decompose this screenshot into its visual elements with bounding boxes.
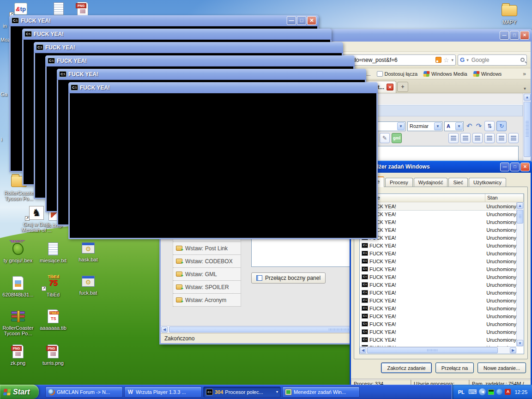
adobe-icon[interactable]: A (505, 389, 511, 395)
desktop-icon-tibed-shortcut[interactable]: 75↗TibEd (35, 275, 71, 297)
scroll-thumb[interactable] (517, 210, 523, 224)
new-task-button[interactable]: Nowe zadanie... (478, 363, 526, 373)
unordered-list-button[interactable] (508, 133, 519, 143)
task-row[interactable]: C:\FUCK YEA!Uruchomiony (360, 273, 516, 281)
taskbar-button[interactable]: GMCLAN Forum -> N... (45, 387, 123, 398)
insert-code-icon[interactable]: ✎ (380, 133, 390, 143)
task-row[interactable]: C:\FUCK YEA!Uruchomiony (360, 336, 516, 344)
scroll-thumb[interactable] (524, 102, 531, 157)
minimize-button[interactable]: — (500, 163, 509, 171)
ordered-list-button[interactable] (496, 133, 507, 143)
search-magnifier-icon[interactable] (520, 58, 525, 62)
align-left-button[interactable] (460, 133, 471, 143)
taskbar-clock[interactable]: 12:25 (514, 389, 527, 395)
rss-feed-icon[interactable] (435, 57, 441, 63)
desktop-icon-turris-png[interactable]: turris.png (35, 344, 71, 366)
taskbar-button[interactable]: Menedżer zadań Win... (282, 387, 360, 398)
desktop-icon-zk-png[interactable]: zk.png (0, 344, 36, 366)
tab-list-dropdown-icon[interactable]: ▾ (521, 86, 529, 91)
desktop-icon-mapy-folder[interactable]: MAPY (491, 3, 527, 25)
undo-icon[interactable]: ↶ (466, 122, 473, 130)
task-row[interactable]: C:\FUCK YEA!Uruchomiony (360, 281, 516, 289)
task-row[interactable]: C:\FUCK YEA!Uruchomiony (360, 249, 516, 257)
taskbar-button[interactable]: C:\304Procesor polec...▾ (203, 387, 281, 398)
cpu-meter-icon[interactable] (488, 389, 494, 395)
desktop-icon-rollercoaster-rar[interactable]: RollerCoaster Tycoon Po... (0, 308, 36, 336)
close-button[interactable]: ✕ (520, 31, 529, 40)
cmd-window-titlebar[interactable]: C:\FUCK YEA! (57, 69, 366, 80)
task-row[interactable]: C:\FUCK YEA!Uruchomiony (360, 304, 516, 312)
redo-icon[interactable]: ↷ (475, 122, 483, 130)
select-arrow-icon[interactable]: ▼ (397, 122, 405, 130)
bookmarks-overflow-chevron[interactable]: » (523, 71, 526, 77)
close-button[interactable]: ✕ (307, 16, 316, 25)
end-task-button[interactable]: Zakończ zadanie (381, 363, 431, 373)
task-row[interactable]: C:\FUCK YEA!Uruchomiony (360, 296, 516, 304)
minimize-button[interactable]: — (500, 31, 509, 40)
shortcut-insert-item[interactable]: Wstaw: Acronym (173, 294, 241, 307)
task-row[interactable]: C:\FUCK YEA!Uruchomiony (360, 226, 516, 234)
task-row[interactable]: C:\FUCK YEA!Uruchomiony (360, 320, 516, 328)
desktop-icon-fuck-bat[interactable]: ⚙fuck.bat (70, 273, 106, 296)
new-tab-button[interactable]: + (397, 82, 408, 92)
column-header-task[interactable]: Zadanie (360, 194, 485, 202)
shortcut-insert-item[interactable]: Wstaw: Post Link (173, 242, 241, 255)
scroll-left-icon[interactable]: ◀ (360, 347, 366, 353)
switch-to-button[interactable]: Przełącz na (435, 363, 474, 373)
toggle-editor-mode-button[interactable]: ↻ (496, 121, 507, 131)
task-row[interactable]: C:\FUCK YEA!Uruchomiony (360, 257, 516, 265)
desktop-icon-6208f48b31-image[interactable]: 6208f48b31... (0, 275, 36, 297)
cmd-window-titlebar[interactable]: C:\FUCK YEA! (68, 82, 378, 93)
cmd-window-titlebar[interactable]: C:\FUCK YEA! (34, 42, 343, 53)
minimize-button[interactable]: — (287, 16, 296, 25)
cmd-window-titlebar[interactable]: C:\FUCK YEA! (22, 29, 332, 40)
start-button[interactable]: Start (0, 385, 39, 399)
tab-uytkownicy[interactable]: Użytkownicy (469, 178, 506, 187)
resize-editor-button[interactable]: ⇅ (484, 121, 495, 131)
tab-wydajno[interactable]: Wydajność (414, 178, 448, 187)
task-row[interactable]: C:\FUCK YEA!Uruchomiony (360, 234, 516, 242)
hide-icons-chevron[interactable]: ◀ (479, 388, 486, 395)
bookmark-item[interactable]: Windows (473, 71, 502, 77)
bookmark-item[interactable]: Windows Media (423, 71, 467, 77)
search-input[interactable] (471, 56, 519, 64)
language-indicator[interactable]: PL (457, 389, 466, 395)
task-row[interactable]: C:\FUCK YEA!Uruchomiony (360, 328, 516, 336)
cmd-window-titlebar[interactable]: C:\FUCK YEA!—□✕ (9, 15, 319, 26)
insert-gml-button[interactable]: gml (392, 133, 402, 143)
task-row[interactable]: C:\FUCK YEA!Uruchomiony (360, 218, 516, 226)
search-engine-dropdown-icon[interactable]: ▾ (466, 58, 469, 62)
desktop-icon-ty-gnoju-bex[interactable]: ty gnoju!.bex (0, 241, 36, 263)
tab-close-icon[interactable]: ✕ (387, 84, 393, 91)
indent-button[interactable] (448, 133, 459, 143)
maximize-button[interactable]: □ (510, 31, 519, 40)
desktop-icon-hask-bat[interactable]: ⚙hask.bat (70, 240, 106, 262)
task-row[interactable]: C:\FUCK YEA!Uruchomiony (360, 202, 516, 210)
taskbar-button[interactable]: WWrzuta Player 1.3.3 ... (124, 387, 202, 398)
task-list-vscrollbar[interactable]: ▲ ▼ (516, 202, 524, 346)
shortcut-insert-item[interactable]: Wstaw: GML (173, 268, 241, 281)
font-color-picker[interactable]: A▼ (444, 121, 464, 131)
task-row[interactable]: C:\FUCK YEA!Uruchomiony (360, 312, 516, 320)
task-row[interactable]: C:\FUCK YEA!Uruchomiony (360, 242, 516, 249)
tab-procesy[interactable]: Procesy (385, 178, 413, 187)
select-arrow-icon[interactable]: ▼ (455, 122, 463, 130)
cmd-window-titlebar[interactable]: C:\FUCK YEA! (45, 55, 355, 66)
desktop-icon-aaaaaaa-tib[interactable]: TibEdTSaaaaaaa.tib (35, 308, 71, 331)
shortcut-insert-item[interactable]: Wstaw: SPOILER (173, 281, 241, 294)
search-box[interactable]: G ▾ (458, 54, 527, 66)
select-arrow-icon[interactable]: ▼ (434, 122, 441, 130)
cmd-window[interactable]: C:\FUCK YEA! (68, 82, 378, 239)
desktop-icon-miesiace-txt[interactable]: miesiące.txt (35, 241, 71, 263)
keyboard-icon[interactable]: ⌨ (468, 388, 477, 395)
maximize-button[interactable]: □ (510, 163, 520, 171)
scroll-thumb[interactable] (367, 347, 498, 353)
shortcut-insert-item[interactable]: Wstaw: CODEBOX (173, 255, 241, 268)
task-row[interactable]: C:\FUCK YEA!Uruchomiony (360, 210, 516, 218)
scroll-down-icon[interactable]: ▼ (517, 340, 523, 346)
task-row[interactable]: C:\FUCK YEA!Uruchomiony (360, 265, 516, 273)
bookmark-item[interactable]: Dostosuj łącza (377, 71, 418, 77)
tab-sie[interactable]: Sieć (448, 178, 467, 187)
size-select[interactable]: Rozmiar▼ (407, 121, 442, 131)
maximize-button[interactable]: □ (297, 16, 306, 25)
